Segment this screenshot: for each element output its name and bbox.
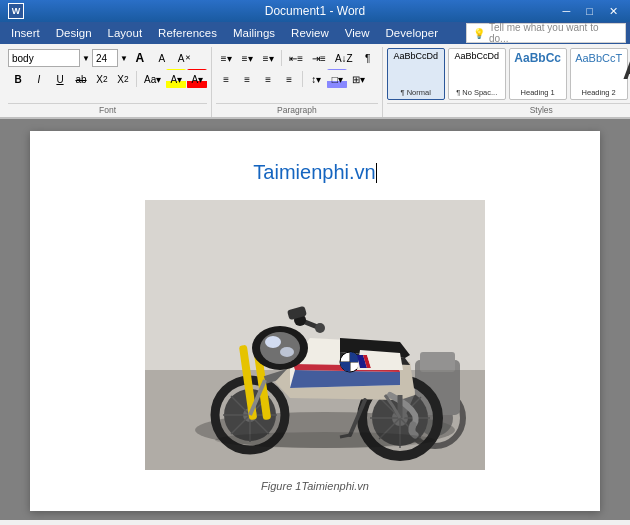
tell-me-placeholder: Tell me what you want to do... [489, 22, 619, 44]
style-normal[interactable]: AaBbCcDd ¶ Normal [387, 48, 445, 100]
close-button[interactable]: ✕ [605, 5, 622, 18]
style-normal-preview: AaBbCcDd [390, 51, 442, 63]
bold-button[interactable]: B [8, 69, 28, 89]
title-bar-left: W [8, 3, 24, 19]
style-title-preview: AaB [623, 56, 630, 84]
motorcycle-image[interactable] [145, 200, 485, 470]
subscript-button[interactable]: X2 [92, 69, 112, 89]
menu-item-design[interactable]: Design [49, 25, 99, 41]
line-spacing-button[interactable]: ↕▾ [306, 69, 326, 89]
styles-group-label: Styles [387, 103, 630, 117]
sort-button[interactable]: A↓Z [331, 48, 357, 68]
paragraph-group-label: Paragraph [216, 103, 377, 117]
style-no-space-preview: AaBbCcDd [451, 51, 503, 63]
tell-me-bar[interactable]: 💡 Tell me what you want to do... [466, 23, 626, 43]
menu-item-mailings[interactable]: Mailings [226, 25, 282, 41]
document-page: Taimienphi.vn [30, 131, 600, 511]
ribbon: ▼ ▼ A A A✕ B I U ab X2 X2 Aa▾ A▾ [0, 44, 630, 119]
highlight-button[interactable]: A▾ [166, 69, 186, 89]
menu-item-layout[interactable]: Layout [101, 25, 150, 41]
font-size-dropdown-icon[interactable]: ▼ [120, 54, 128, 63]
align-right-button[interactable]: ≡ [258, 69, 278, 89]
font-group-label: Font [8, 103, 207, 117]
style-no-space[interactable]: AaBbCcDd ¶ No Spac... [448, 48, 506, 100]
style-heading1[interactable]: AaBbCc Heading 1 [509, 48, 567, 100]
font-name-dropdown-icon[interactable]: ▼ [82, 54, 90, 63]
align-left-button[interactable]: ≡ [216, 69, 236, 89]
menu-item-developer[interactable]: Developer [379, 25, 445, 41]
style-heading2-preview: AaBbCcT [573, 51, 625, 65]
underline-button[interactable]: U [50, 69, 70, 89]
align-center-button[interactable]: ≡ [237, 69, 257, 89]
svg-point-34 [215, 432, 435, 448]
italic-button[interactable]: I [29, 69, 49, 89]
svg-rect-7 [420, 352, 455, 372]
superscript-button[interactable]: X2 [113, 69, 133, 89]
font-name-input[interactable] [8, 49, 80, 67]
strikethrough-button[interactable]: ab [71, 69, 91, 89]
font-shrink-button[interactable]: A [152, 48, 172, 68]
change-case-button[interactable]: Aa▾ [140, 69, 165, 89]
menu-bar: Insert Design Layout References Mailings… [0, 22, 630, 44]
numbering-button[interactable]: ≡▾ [237, 48, 257, 68]
svg-point-29 [315, 323, 325, 333]
tell-me-icon: 💡 [473, 28, 485, 39]
svg-point-26 [265, 336, 281, 348]
word-icon: W [8, 3, 24, 19]
style-heading2[interactable]: AaBbCcT Heading 2 [570, 48, 628, 100]
bullets-button[interactable]: ≡▾ [216, 48, 236, 68]
title-bar-title: Document1 - Word [265, 4, 365, 18]
ribbon-paragraph-group: ≡▾ ≡▾ ≡▾ ⇤≡ ⇥≡ A↓Z ¶ ≡ ≡ ≡ ≡ ↕▾ □▾ [212, 47, 382, 117]
style-no-space-name: ¶ No Spac... [456, 88, 497, 97]
document-image-container: Figure 1Taimienphi.vn [80, 200, 550, 492]
increase-indent-button[interactable]: ⇥≡ [308, 48, 330, 68]
decrease-indent-button[interactable]: ⇤≡ [285, 48, 307, 68]
menu-item-view[interactable]: View [338, 25, 377, 41]
style-heading1-name: Heading 1 [521, 88, 555, 97]
maximize-button[interactable]: □ [582, 5, 597, 18]
font-grow-button[interactable]: A [130, 48, 150, 68]
title-bar-controls: ─ □ ✕ [559, 5, 622, 18]
svg-point-27 [280, 347, 294, 357]
ribbon-font-group: ▼ ▼ A A A✕ B I U ab X2 X2 Aa▾ A▾ [4, 47, 212, 117]
svg-point-25 [260, 332, 300, 364]
pilcrow-button[interactable]: ¶ [358, 48, 378, 68]
style-heading1-preview: AaBbCc [512, 51, 564, 67]
document-title[interactable]: Taimienphi.vn [80, 161, 550, 184]
menu-item-review[interactable]: Review [284, 25, 336, 41]
text-cursor [376, 163, 377, 183]
menu-item-insert[interactable]: Insert [4, 25, 47, 41]
title-bar: W Document1 - Word ─ □ ✕ [0, 0, 630, 22]
style-heading2-name: Heading 2 [582, 88, 616, 97]
multilevel-button[interactable]: ≡▾ [258, 48, 278, 68]
menu-item-references[interactable]: References [151, 25, 224, 41]
style-normal-name: ¶ Normal [401, 88, 431, 97]
shading-button[interactable]: □▾ [327, 69, 347, 89]
ribbon-styles-group: AaBbCcDd ¶ Normal AaBbCcDd ¶ No Spac... … [383, 47, 630, 117]
image-caption: Figure 1Taimienphi.vn [80, 480, 550, 492]
document-area[interactable]: Taimienphi.vn [0, 119, 630, 520]
borders-button[interactable]: ⊞▾ [348, 69, 369, 89]
justify-button[interactable]: ≡ [279, 69, 299, 89]
font-color-button[interactable]: A▾ [187, 69, 207, 89]
minimize-button[interactable]: ─ [559, 5, 575, 18]
font-size-input[interactable] [92, 49, 118, 67]
clear-format-button[interactable]: A✕ [174, 48, 195, 68]
